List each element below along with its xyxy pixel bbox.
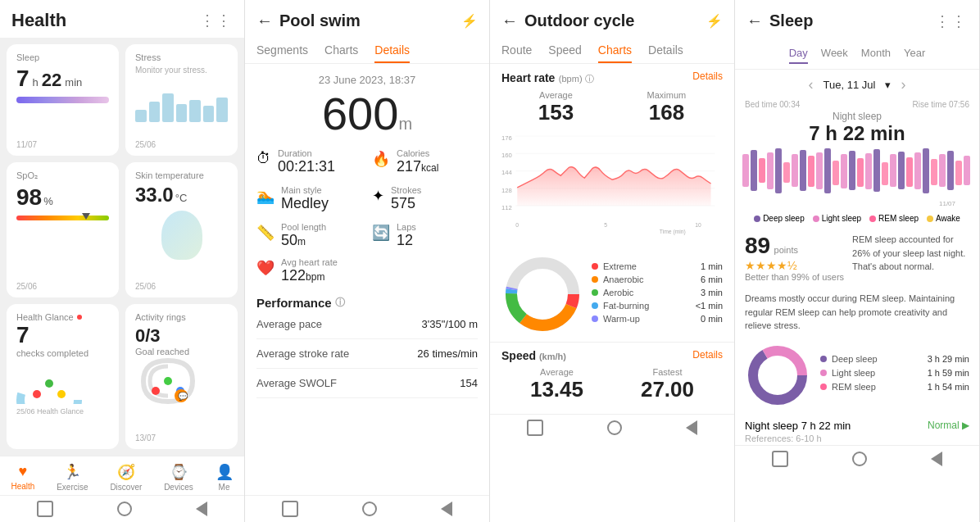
svg-rect-41 xyxy=(841,154,847,188)
sleep-tab-day[interactable]: Day xyxy=(789,43,808,64)
avg-swolf-value: 154 xyxy=(460,377,478,389)
nav-discover[interactable]: 🧭 Discover xyxy=(110,463,142,492)
activity-rings-card[interactable]: Activity rings 0/3 Goal reached 💬 13/07 xyxy=(125,304,238,449)
android-square-3[interactable] xyxy=(527,420,543,436)
strokes-value: 575 xyxy=(391,195,421,212)
android-nav-4 xyxy=(735,445,979,472)
sleep-date: 11/07 xyxy=(16,140,37,149)
stage-rem-dot xyxy=(820,384,827,390)
swim-tab-details[interactable]: Details xyxy=(374,39,410,63)
android-back-1[interactable] xyxy=(196,502,207,516)
android-back-3[interactable] xyxy=(686,420,697,435)
awake-dot xyxy=(927,216,933,222)
swim-back-button[interactable]: ← xyxy=(256,11,273,30)
android-home-3[interactable] xyxy=(607,420,622,435)
speed-section: Speed (km/h) Details Average 13.45 Faste… xyxy=(490,342,734,414)
me-nav-icon: 👤 xyxy=(216,463,234,481)
swim-share-icon[interactable]: ⚡ xyxy=(461,13,478,29)
svg-point-1 xyxy=(33,390,41,398)
svg-rect-47 xyxy=(890,154,896,187)
health-glance-dot xyxy=(77,315,82,320)
android-home-1[interactable] xyxy=(117,502,132,516)
avg-pace-value: 3'35"/100 m xyxy=(421,318,478,330)
nav-health-label: Health xyxy=(11,482,34,491)
spo2-card[interactable]: SpO₂ 98 % 25/06 xyxy=(7,162,119,297)
normal-badge[interactable]: Normal ▶ xyxy=(928,420,969,431)
cycle-tab-charts[interactable]: Charts xyxy=(598,39,632,63)
swim-tab-segments[interactable]: Segments xyxy=(256,39,308,63)
strokes-label: Strokes xyxy=(391,185,421,195)
legend-rem: REM sleep xyxy=(869,214,919,223)
nav-me[interactable]: 👤 Me xyxy=(216,463,234,492)
sleep-detail-text: Dreams mostly occur during REM sleep. Ma… xyxy=(735,288,979,336)
stress-bar-6 xyxy=(203,106,215,122)
speed-title: Speed (km/h) xyxy=(501,349,566,362)
android-back-4[interactable] xyxy=(931,452,942,466)
stage-deep: Deep sleep 3 h 29 min xyxy=(820,354,969,364)
sleep-tab-month[interactable]: Month xyxy=(861,43,891,64)
more-options-icon[interactable]: ⋮⋮ xyxy=(200,11,233,30)
svg-text:10: 10 xyxy=(695,222,701,228)
nav-me-label: Me xyxy=(219,483,230,492)
svg-rect-42 xyxy=(849,151,855,190)
android-back-2[interactable] xyxy=(441,502,452,516)
sleep-more-icon[interactable]: ⋮⋮ xyxy=(935,12,968,30)
stress-bar-2 xyxy=(149,102,161,122)
speed-average: Average 13.45 xyxy=(530,367,583,402)
skin-temp-card[interactable]: Skin temperature 33.0 °C 25/06 xyxy=(125,162,238,297)
swim-stats: ⏱ Duration 00:21:31 🔥 Calories 217kcal 🏊… xyxy=(256,148,478,249)
cycle-share-icon[interactable]: ⚡ xyxy=(706,13,723,29)
android-home-4[interactable] xyxy=(852,452,867,466)
pool-swim-panel: ← Pool swim ⚡ Segments Charts Details 23… xyxy=(245,0,490,522)
score-unit: points xyxy=(774,245,798,255)
fatburn-dot xyxy=(592,302,598,309)
sleep-date-dropdown[interactable]: ▾ xyxy=(885,79,891,91)
android-square-4[interactable] xyxy=(772,451,788,467)
health-glance-card[interactable]: Health Glance 7 checks completed 25/06 H… xyxy=(7,304,119,449)
sleep-hours: 7 xyxy=(16,66,29,92)
sleep-card[interactable]: Sleep 7 h 22 min 11/07 xyxy=(7,44,119,156)
speed-fastest-value: 27.00 xyxy=(641,377,694,402)
android-square-2[interactable] xyxy=(282,501,298,517)
swim-tab-charts[interactable]: Charts xyxy=(324,39,358,63)
stress-date: 25/06 xyxy=(135,140,156,149)
svg-rect-45 xyxy=(873,149,880,192)
legend-deep: Deep sleep xyxy=(754,214,805,223)
cycle-back-button[interactable]: ← xyxy=(501,11,518,30)
activity-ring-svg: 💬 xyxy=(135,356,201,406)
stage-deep-dot xyxy=(820,356,827,362)
nav-exercise[interactable]: 🏃 Exercise xyxy=(57,463,88,492)
cycle-tab-details[interactable]: Details xyxy=(648,39,683,63)
calories-value: 217kcal xyxy=(397,158,438,175)
bed-time: Bed time 00:34 xyxy=(745,100,800,109)
swim-duration: ⏱ Duration 00:21:31 xyxy=(256,148,362,175)
nav-health[interactable]: ♥ Health xyxy=(11,463,34,492)
android-home-2[interactable] xyxy=(362,502,377,516)
speed-details-link[interactable]: Details xyxy=(692,349,723,362)
sleep-tab-year[interactable]: Year xyxy=(904,43,925,64)
sleep-tab-week[interactable]: Week xyxy=(821,43,848,64)
warmup-name: Warm-up xyxy=(603,314,696,324)
night-sleep-text: Night sleep 7 h 22 min xyxy=(745,420,851,432)
sleep-duration-value: 7 h 22 min xyxy=(735,122,979,145)
laps-icon: 🔄 xyxy=(372,224,390,242)
sleep-next-button[interactable]: › xyxy=(901,76,905,93)
cycle-tab-route[interactable]: Route xyxy=(501,39,532,63)
performance-section: Performance ⓘ Average pace 3'35"/100 m A… xyxy=(256,296,478,398)
android-nav-2 xyxy=(245,495,489,522)
stress-card[interactable]: Stress Monitor your stress. 25/06 xyxy=(125,44,238,156)
anaerobic-name: Anaerobic xyxy=(603,275,696,284)
cycle-tab-speed[interactable]: Speed xyxy=(548,39,581,63)
android-square-1[interactable] xyxy=(37,501,53,517)
heart-details-link[interactable]: Details xyxy=(692,70,723,82)
health-glance-date: 25/06 Health Glance xyxy=(16,407,109,415)
sleep-min-unit: min xyxy=(65,76,82,89)
swim-distance-unit: m xyxy=(398,115,412,133)
sleep-back-button[interactable]: ← xyxy=(746,11,763,30)
svg-text:160: 160 xyxy=(501,152,512,159)
svg-rect-39 xyxy=(824,148,831,193)
spo2-date: 25/06 xyxy=(16,282,37,291)
extreme-dot xyxy=(592,263,598,270)
nav-devices[interactable]: ⌚ Devices xyxy=(164,463,193,492)
sleep-prev-button[interactable]: ‹ xyxy=(809,76,814,93)
